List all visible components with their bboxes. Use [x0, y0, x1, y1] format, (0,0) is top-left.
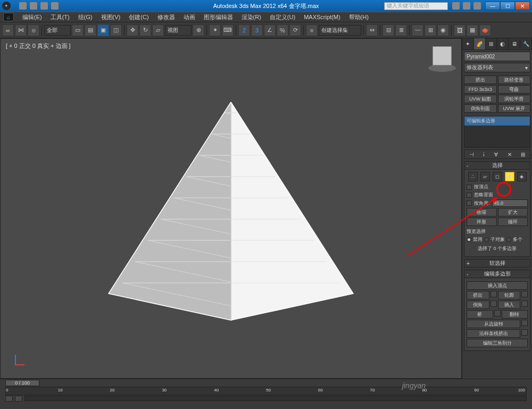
menu-animation[interactable]: 动画	[179, 13, 200, 21]
mod-bend-button[interactable]: 弯曲	[498, 85, 531, 94]
time-slider-thumb[interactable]: 0 / 100	[5, 380, 39, 386]
viewport-label[interactable]: [ + 0 正交 0 真实 + 边面 ]	[6, 42, 71, 50]
extrude-spline-settings-button[interactable]	[521, 329, 528, 336]
rollout-editpoly-header[interactable]: -编辑多边形	[464, 270, 530, 278]
unlink-icon[interactable]: ⋈	[15, 24, 27, 36]
rollout-soft-header[interactable]: +软选择	[464, 259, 530, 268]
scale-icon[interactable]: ▱	[152, 24, 164, 36]
menu-help[interactable]: 帮助(H)	[345, 13, 373, 21]
mod-bevelprofile-button[interactable]: 倒角剖面	[464, 104, 497, 113]
curve-editor-icon[interactable]: 〰	[412, 24, 423, 36]
link-icon[interactable]: ∞	[2, 24, 14, 36]
select-manip-icon[interactable]: ✦	[209, 24, 221, 36]
extrude-spline-button[interactable]: 沿样条线挤出	[467, 329, 520, 338]
qa-open-icon[interactable]	[19, 2, 27, 10]
grow-button[interactable]: 扩大	[498, 208, 528, 216]
by-angle-checkbox[interactable]	[467, 201, 472, 206]
tab-utilities-icon[interactable]: 🔧	[520, 38, 532, 49]
bridge-settings-button[interactable]	[494, 310, 501, 316]
infocenter-icon[interactable]	[452, 2, 460, 10]
qa-redo-icon[interactable]	[51, 2, 59, 10]
time-ruler[interactable]: 0 10 20 30 40 50 60 70 80 90 100	[5, 387, 527, 395]
menu-customize[interactable]: 自定义(U)	[265, 13, 300, 21]
preview-subobj-radio[interactable]	[484, 237, 489, 242]
tab-create-icon[interactable]: ✦	[462, 38, 474, 49]
track-bar[interactable]	[24, 396, 527, 401]
help-search-input[interactable]: 键入关键字或短语	[384, 2, 448, 10]
ignore-backfacing-checkbox[interactable]	[467, 193, 472, 198]
snap-2d-icon[interactable]: 2	[238, 24, 250, 36]
tab-display-icon[interactable]: 🖥	[509, 38, 520, 49]
hinge-button[interactable]: 从边旋转	[467, 320, 520, 328]
menu-tools[interactable]: 工具(T)	[46, 13, 74, 21]
by-vertex-checkbox[interactable]	[467, 185, 472, 190]
render-icon[interactable]: 🫖	[479, 24, 491, 36]
angle-snap-icon[interactable]: ∠	[264, 24, 276, 36]
window-crossing-icon[interactable]: ◫	[110, 24, 122, 36]
extrude-button[interactable]: 挤出	[467, 291, 489, 299]
modifier-list-dropdown[interactable]: 修改器列表	[464, 63, 530, 72]
extrude-settings-button[interactable]	[491, 291, 497, 297]
mod-uvwmap-button[interactable]: UVW 贴图	[464, 95, 497, 103]
modifier-stack[interactable]: 可编辑多边形	[464, 116, 530, 148]
spinner-snap-icon[interactable]: ⟳	[289, 24, 301, 36]
configure-icon[interactable]: ⊞	[521, 152, 525, 157]
outline-button[interactable]: 轮廓	[498, 291, 521, 299]
percent-snap-icon[interactable]: %	[277, 24, 288, 36]
tab-modify-icon[interactable]: 🌈	[474, 38, 486, 49]
select-region-icon[interactable]: ▣	[97, 24, 109, 36]
mod-pathdeform-button[interactable]: 路径变形	[498, 76, 531, 84]
pyramid-mesh[interactable]	[87, 81, 375, 347]
snap-3d-icon[interactable]: 3	[251, 24, 263, 36]
help-icon[interactable]	[473, 2, 481, 10]
tab-motion-icon[interactable]: ◐	[497, 38, 509, 49]
select-name-icon[interactable]: ▤	[85, 24, 96, 36]
maximize-button[interactable]: ☐	[500, 2, 515, 10]
mod-extrude-button[interactable]: 挤出	[464, 76, 497, 84]
star-icon[interactable]	[463, 2, 470, 10]
flip-button[interactable]: 翻转	[502, 310, 528, 319]
preview-multi-radio[interactable]	[506, 237, 511, 242]
menu-grapheditors[interactable]: 图形编辑器	[200, 13, 237, 21]
bind-icon[interactable]: ⎊	[28, 24, 39, 36]
inset-button[interactable]: 插入	[498, 301, 521, 309]
mod-turbosmooth-button[interactable]: 涡轮平滑	[498, 95, 531, 103]
bevel-settings-button[interactable]	[491, 301, 497, 307]
menu-views[interactable]: 视图(V)	[97, 13, 125, 21]
close-button[interactable]: ✕	[515, 2, 530, 10]
pin-stack-icon[interactable]: ⊣	[469, 152, 474, 157]
ref-coord-dropdown[interactable]: 视图	[165, 25, 192, 36]
show-end-icon[interactable]: ⅰ	[483, 152, 485, 157]
edit-named-sel-icon[interactable]: ≡	[306, 24, 318, 36]
layers-icon[interactable]: ≣	[395, 24, 407, 36]
insert-vertex-button[interactable]: 插入顶点	[467, 281, 528, 290]
minimize-button[interactable]: —	[485, 2, 500, 10]
mod-ffd-button[interactable]: FFD 3x3x3	[464, 85, 497, 94]
menu-edit[interactable]: 编辑(E)	[18, 13, 46, 21]
select-icon[interactable]: ▭	[72, 24, 84, 36]
menu-create[interactable]: 创建(C)	[124, 13, 153, 21]
shrink-button[interactable]: 收缩	[467, 208, 497, 216]
edit-tri-button[interactable]: 编辑三角剖分	[467, 339, 528, 347]
move-icon[interactable]: ✥	[127, 24, 138, 36]
track-key-icon[interactable]	[15, 396, 22, 402]
subobj-vertex-icon[interactable]: ∴	[468, 172, 478, 181]
object-name-field[interactable]: Pyramid002	[464, 52, 530, 61]
subobj-border-icon[interactable]: ◻	[493, 172, 502, 181]
app-menu-button[interactable]: ⌂	[3, 13, 14, 21]
viewcube[interactable]	[428, 44, 456, 72]
subobj-polygon-icon[interactable]: ■	[505, 172, 514, 181]
schematic-icon[interactable]: ⊞	[425, 24, 436, 36]
menu-group[interactable]: 组(G)	[74, 13, 97, 21]
viewport[interactable]: [ + 0 正交 0 真实 + 边面 ]	[0, 38, 462, 379]
mod-unwrap-button[interactable]: UVW 展开	[498, 104, 531, 113]
qa-save-icon[interactable]	[30, 2, 37, 10]
pivot-icon[interactable]: ⊕	[193, 24, 204, 36]
bevel-button[interactable]: 倒角	[467, 301, 489, 309]
inset-settings-button[interactable]	[521, 301, 528, 307]
subobj-edge-icon[interactable]: ▱	[480, 172, 490, 181]
ring-button[interactable]: 环形	[467, 218, 497, 226]
material-editor-icon[interactable]: ◉	[437, 24, 449, 36]
align-icon[interactable]: ⊟	[383, 24, 394, 36]
make-unique-icon[interactable]: ∀	[494, 152, 498, 157]
